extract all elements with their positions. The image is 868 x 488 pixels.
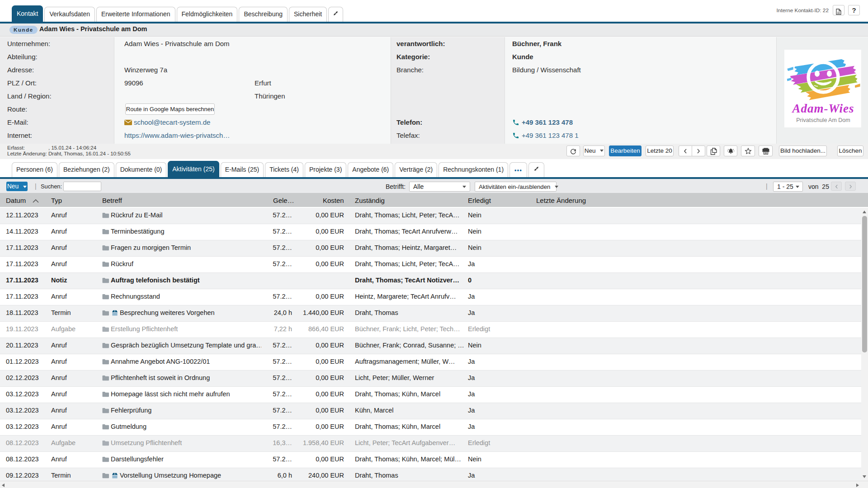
svg-text:Privatschule Am Dom: Privatschule Am Dom <box>796 117 850 123</box>
svg-text:Adam-Wies: Adam-Wies <box>792 102 854 115</box>
